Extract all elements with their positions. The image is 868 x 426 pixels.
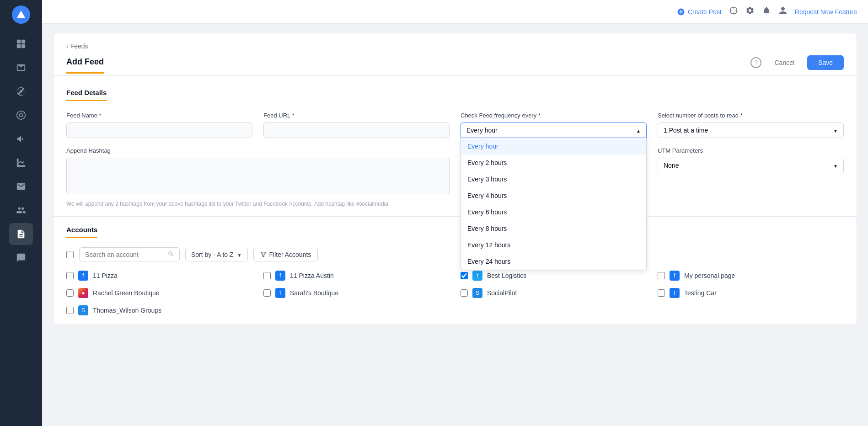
sidebar-item-connect[interactable] — [9, 80, 33, 102]
frequency-option-24hours[interactable]: Every 24 hours — [461, 253, 646, 270]
frequency-select[interactable]: Every hour — [461, 122, 647, 138]
card-header: ‹ Feeds Add Feed ? Cancel Save — [54, 33, 857, 76]
account-checkbox-thomas-wilson[interactable] — [66, 307, 74, 314]
user-icon[interactable] — [778, 6, 788, 17]
form-row-2: Append Hashtag We will append any 2 hash… — [66, 147, 844, 207]
frequency-option-1hour[interactable]: Every hour — [461, 138, 646, 154]
account-checkbox-best-logistics[interactable] — [461, 272, 468, 279]
account-name-11pizza-austin: 11 Pizza Austin — [290, 272, 334, 279]
posts-to-read-group: Select number of posts to read * 1 Post … — [658, 112, 844, 138]
feed-name-label: Feed Name * — [66, 112, 252, 119]
settings-icon[interactable] — [745, 6, 755, 17]
account-item-sarahs-boutique: f Sarah's Boutique — [263, 288, 450, 298]
account-name-rachel-green: Rachel Green Boutique — [93, 289, 160, 297]
request-feature-link[interactable]: Request New Feature — [795, 8, 857, 16]
account-item-rachel-green: ● Rachel Green Boutique — [66, 288, 252, 298]
account-name-11pizza: 11 Pizza — [93, 272, 118, 279]
add-feed-card: ‹ Feeds Add Feed ? Cancel Save Feed Deta… — [53, 33, 857, 325]
frequency-dropdown: Every hour Every 2 hours Every 3 hours E… — [461, 138, 647, 270]
sp-icon-thomas-wilson: S — [78, 305, 88, 315]
account-name-thomas-wilson: Thomas_Wilson Groups — [93, 307, 161, 314]
posts-chevron-down-icon — [833, 127, 838, 134]
twitter-icon-best-logistics: t — [472, 271, 482, 281]
sidebar-item-team[interactable] — [9, 199, 33, 221]
sidebar-item-monitor[interactable] — [9, 104, 33, 126]
account-item-thomas-wilson: S Thomas_Wilson Groups — [66, 305, 252, 315]
account-checkbox-socialpilot[interactable] — [461, 289, 468, 297]
filter-label: Filter Accounts — [269, 251, 311, 258]
accounts-grid: f 11 Pizza f 11 Pizza Austin t Best Logi… — [66, 271, 844, 315]
hashtag-textarea[interactable] — [66, 158, 450, 194]
cancel-button[interactable]: Cancel — [767, 55, 802, 70]
sidebar-item-support[interactable] — [9, 247, 33, 269]
breadcrumb-back[interactable]: ‹ Feeds — [66, 43, 88, 50]
utm-group: UTM Parameters None — [658, 147, 844, 207]
account-name-sarahs-boutique: Sarah's Boutique — [290, 289, 338, 297]
account-checkbox-11pizza-austin[interactable] — [263, 272, 271, 279]
feed-name-input[interactable] — [66, 122, 252, 138]
sidebar-item-campaigns[interactable] — [9, 128, 33, 150]
sidebar-item-dashboard[interactable] — [9, 33, 33, 55]
svg-point-6 — [17, 111, 25, 119]
facebook-icon-my-personal-page: f — [670, 271, 680, 281]
sidebar-item-inbox[interactable] — [9, 176, 33, 197]
frequency-option-12hours[interactable]: Every 12 hours — [461, 237, 646, 253]
facebook-icon-testing-car: f — [670, 288, 680, 298]
accounts-section: Accounts Sort by - A to Z — [54, 217, 857, 325]
hashtag-hint: We will append any 2 hashtags from your … — [66, 201, 450, 207]
facebook-icon-11pizza: f — [78, 271, 88, 281]
help-icon[interactable]: ? — [750, 57, 761, 68]
feed-details-title: Feed Details — [66, 89, 107, 101]
posts-to-read-label: Select number of posts to read * — [658, 112, 844, 119]
facebook-icon-11pizza-austin: f — [275, 271, 285, 281]
svg-rect-4 — [21, 44, 25, 48]
svg-marker-9 — [261, 252, 266, 257]
frequency-option-4hours[interactable]: Every 4 hours — [461, 187, 646, 204]
sidebar-item-messages[interactable] — [9, 57, 33, 79]
frequency-option-2hours[interactable]: Every 2 hours — [461, 154, 646, 171]
facebook-icon-sarahs-boutique: f — [275, 288, 285, 298]
create-post-button[interactable]: Create Post — [677, 8, 722, 16]
svg-rect-1 — [17, 40, 21, 43]
chevron-left-icon: ‹ — [66, 43, 69, 50]
breadcrumb-label: Feeds — [70, 43, 88, 50]
filter-icon — [260, 251, 267, 258]
page-title: Add Feed — [66, 57, 104, 74]
feed-details-section: Feed Details Feed Name * Feed URL * Ch — [54, 76, 857, 217]
app-logo — [12, 5, 30, 24]
account-item-11pizza: f 11 Pizza — [66, 271, 252, 281]
sp-icon-socialpilot: S — [472, 288, 482, 298]
feed-name-group: Feed Name * — [66, 112, 252, 138]
breadcrumb-row: ‹ Feeds — [66, 43, 844, 50]
sidebar-item-content[interactable] — [9, 223, 33, 245]
account-item-testing-car: f Testing Car — [658, 288, 844, 298]
svg-marker-0 — [17, 11, 25, 18]
account-checkbox-rachel-green[interactable] — [66, 289, 74, 297]
utm-chevron-down-icon — [833, 162, 838, 169]
search-input[interactable] — [85, 251, 164, 258]
sort-select[interactable]: Sort by - A to Z — [185, 248, 248, 261]
frequency-option-6hours[interactable]: Every 6 hours — [461, 204, 646, 220]
sort-chevron-down-icon — [237, 251, 242, 258]
frequency-option-8hours[interactable]: Every 8 hours — [461, 220, 646, 237]
account-checkbox-my-personal-page[interactable] — [658, 272, 665, 279]
posts-select[interactable]: 1 Post at a time — [658, 122, 844, 138]
frequency-option-3hours[interactable]: Every 3 hours — [461, 171, 646, 187]
sidebar-item-analytics[interactable] — [9, 152, 33, 174]
sidebar — [0, 0, 42, 426]
notifications-icon[interactable] — [762, 6, 771, 17]
select-all-checkbox[interactable] — [66, 251, 74, 258]
account-name-my-personal-page: My personal page — [684, 272, 735, 279]
account-checkbox-testing-car[interactable] — [658, 289, 665, 297]
feed-url-input[interactable] — [263, 122, 450, 138]
monitor-topnav-icon[interactable] — [729, 6, 738, 17]
svg-rect-2 — [21, 40, 25, 43]
header-actions: ? Cancel Save — [750, 55, 844, 75]
account-item-my-personal-page: f My personal page — [658, 271, 844, 281]
filter-button[interactable]: Filter Accounts — [253, 248, 318, 261]
account-checkbox-11pizza[interactable] — [66, 272, 74, 279]
page-area: ‹ Feeds Add Feed ? Cancel Save Feed Deta… — [42, 24, 868, 426]
save-button[interactable]: Save — [807, 55, 844, 70]
utm-select[interactable]: None — [658, 158, 844, 173]
account-checkbox-sarahs-boutique[interactable] — [263, 289, 271, 297]
